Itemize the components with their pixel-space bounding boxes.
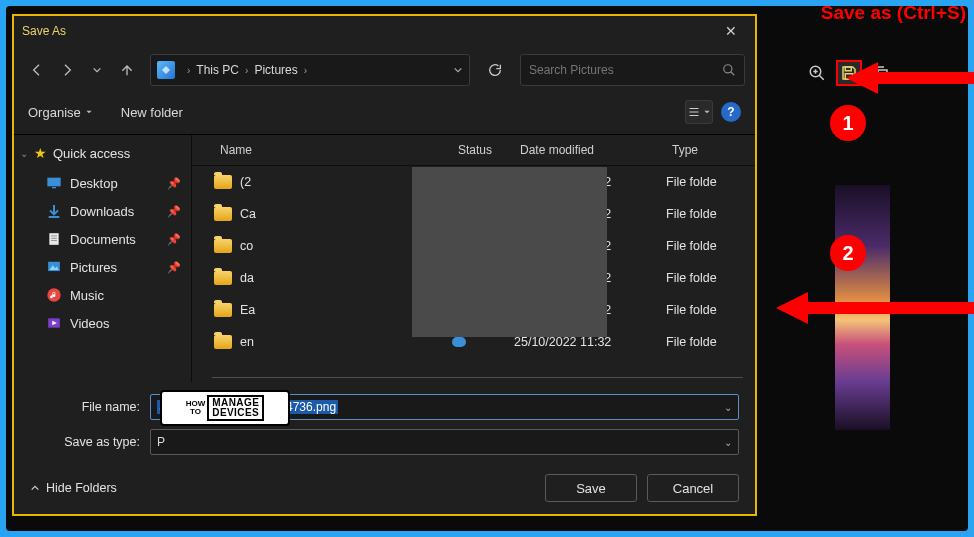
annotation-arrow-2 bbox=[774, 290, 974, 324]
cancel-button[interactable]: Cancel bbox=[647, 474, 739, 502]
sidebar-item-videos[interactable]: Videos bbox=[14, 309, 191, 337]
folder-icon bbox=[214, 271, 232, 285]
breadcrumb[interactable]: › This PC › Pictures › bbox=[150, 54, 470, 86]
organise-menu[interactable]: Organise bbox=[28, 105, 93, 120]
sidebar-quick-access[interactable]: ⌄ ★ Quick access bbox=[14, 141, 191, 169]
column-headers: Name Status Date modified Type bbox=[192, 135, 755, 166]
save-as-dialog: Save As ✕ › This PC › Pictures › Organis… bbox=[12, 14, 757, 516]
row-status bbox=[452, 337, 514, 347]
sidebar-item-label: Videos bbox=[70, 316, 110, 331]
sidebar-item-desktop[interactable]: Desktop 📌 bbox=[14, 169, 191, 197]
annotation-badge-1: 1 bbox=[830, 105, 866, 141]
sidebar: ⌄ ★ Quick access Desktop 📌 Downloads 📌 D… bbox=[14, 135, 192, 382]
view-options-button[interactable] bbox=[685, 100, 713, 124]
folder-icon bbox=[214, 335, 232, 349]
quick-access-label: Quick access bbox=[53, 146, 130, 161]
row-type: File folde bbox=[666, 175, 746, 189]
dialog-title: Save As bbox=[22, 24, 66, 38]
chevron-down-icon[interactable]: ⌄ bbox=[724, 402, 732, 413]
svg-marker-10 bbox=[776, 292, 808, 324]
sidebar-item-label: Desktop bbox=[70, 176, 118, 191]
sidebar-item-label: Documents bbox=[70, 232, 136, 247]
recent-dropdown[interactable] bbox=[84, 57, 110, 83]
zoom-in-icon[interactable] bbox=[804, 60, 830, 86]
main-area: ⌄ ★ Quick access Desktop 📌 Downloads 📌 D… bbox=[14, 134, 755, 382]
search-icon[interactable] bbox=[722, 63, 736, 77]
help-button[interactable]: ? bbox=[721, 102, 741, 122]
chevron-down-icon[interactable]: ⌄ bbox=[724, 437, 732, 448]
svg-point-11 bbox=[724, 65, 732, 73]
row-type: File folde bbox=[666, 303, 746, 317]
search-input[interactable] bbox=[529, 63, 722, 77]
folder-icon bbox=[214, 207, 232, 221]
svg-rect-16 bbox=[47, 178, 60, 187]
annotation-badge-2: 2 bbox=[830, 235, 866, 271]
folder-icon bbox=[214, 239, 232, 253]
sidebar-item-label: Music bbox=[70, 288, 104, 303]
sidebar-item-downloads[interactable]: Downloads 📌 bbox=[14, 197, 191, 225]
svg-rect-20 bbox=[51, 238, 57, 239]
svg-line-12 bbox=[731, 72, 735, 76]
row-date: 25/10/2022 11:32 bbox=[514, 335, 666, 349]
svg-marker-8 bbox=[846, 62, 878, 94]
command-row: Organise New folder ? bbox=[14, 94, 755, 134]
music-icon bbox=[46, 287, 62, 303]
row-name: en bbox=[240, 335, 452, 349]
scrollbar-track[interactable] bbox=[212, 377, 743, 378]
refresh-button[interactable] bbox=[480, 55, 510, 85]
sidebar-item-label: Downloads bbox=[70, 204, 134, 219]
annotation-save-as-label: Save as (Ctrl+S) bbox=[821, 2, 966, 24]
folder-icon bbox=[214, 303, 232, 317]
crumb-this-pc[interactable]: This PC bbox=[196, 63, 239, 77]
savetype-select[interactable]: P ⌄ bbox=[150, 429, 739, 455]
pin-icon: 📌 bbox=[167, 177, 181, 190]
svg-rect-18 bbox=[49, 233, 58, 245]
svg-rect-9 bbox=[804, 302, 974, 314]
documents-icon bbox=[46, 231, 62, 247]
sidebar-item-pictures[interactable]: Pictures 📌 bbox=[14, 253, 191, 281]
row-type: File folde bbox=[666, 335, 746, 349]
col-status[interactable]: Status bbox=[452, 141, 514, 159]
chevron-down-icon[interactable] bbox=[453, 65, 463, 75]
hide-folders-toggle[interactable]: Hide Folders bbox=[30, 481, 117, 495]
folder-icon bbox=[214, 175, 232, 189]
new-folder-button[interactable]: New folder bbox=[121, 105, 183, 120]
svg-rect-21 bbox=[51, 240, 57, 241]
svg-rect-7 bbox=[874, 72, 974, 84]
row-type: File folde bbox=[666, 207, 746, 221]
videos-icon bbox=[46, 315, 62, 331]
sidebar-item-music[interactable]: Music bbox=[14, 281, 191, 309]
star-icon: ★ bbox=[34, 145, 47, 161]
annotation-arrow-1 bbox=[844, 60, 974, 94]
close-button[interactable]: ✕ bbox=[715, 19, 747, 43]
col-type[interactable]: Type bbox=[666, 141, 746, 159]
up-button[interactable] bbox=[114, 57, 140, 83]
nav-row: › This PC › Pictures › bbox=[14, 46, 755, 94]
col-date[interactable]: Date modified bbox=[514, 141, 666, 159]
svg-rect-19 bbox=[51, 236, 57, 237]
pictures-icon bbox=[46, 259, 62, 275]
svg-rect-17 bbox=[52, 187, 56, 188]
cloud-icon bbox=[452, 337, 466, 347]
save-button[interactable]: Save bbox=[545, 474, 637, 502]
sidebar-item-label: Pictures bbox=[70, 260, 117, 275]
savetype-value: P bbox=[157, 435, 165, 449]
col-name[interactable]: Name bbox=[214, 141, 452, 159]
file-list: Name Status Date modified Type (2iles25/… bbox=[192, 135, 755, 382]
button-row: Hide Folders Save Cancel bbox=[14, 464, 755, 514]
pin-icon: 📌 bbox=[167, 205, 181, 218]
desktop-icon bbox=[46, 175, 62, 191]
row-type: File folde bbox=[666, 239, 746, 253]
search-box[interactable] bbox=[520, 54, 745, 86]
downloads-icon bbox=[46, 203, 62, 219]
back-button[interactable] bbox=[24, 57, 50, 83]
forward-button[interactable] bbox=[54, 57, 80, 83]
pin-icon: 📌 bbox=[167, 261, 181, 274]
row-type: File folde bbox=[666, 271, 746, 285]
form-area: File name: S 4736.png ⌄ Save as type: P … bbox=[14, 382, 755, 464]
this-pc-icon bbox=[157, 61, 175, 79]
savetype-label: Save as type: bbox=[30, 435, 150, 449]
crumb-pictures[interactable]: Pictures bbox=[254, 63, 297, 77]
sidebar-item-documents[interactable]: Documents 📌 bbox=[14, 225, 191, 253]
watermark-logo: HOW TO MANAGE DEVICES bbox=[160, 390, 290, 426]
